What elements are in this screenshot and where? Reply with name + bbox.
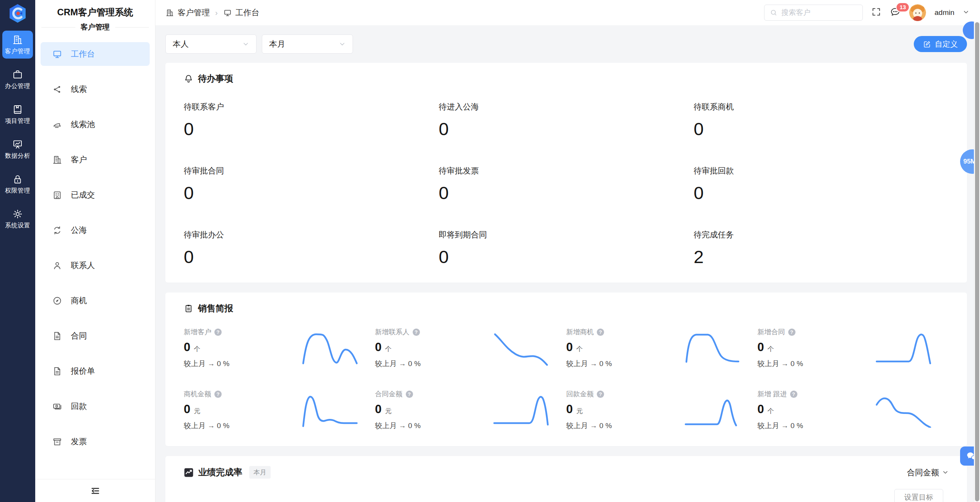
customer-search[interactable] xyxy=(764,5,863,21)
rail-item-analytics[interactable]: 数据分析 xyxy=(2,135,33,163)
todo-label[interactable]: 待审批回款 xyxy=(694,165,949,176)
rail-item-permissions[interactable]: 权限管理 xyxy=(2,170,33,198)
rail-item-settings[interactable]: 系统设置 xyxy=(2,205,33,233)
sidebar-item-quotations[interactable]: 报价单 xyxy=(41,359,150,383)
sparkline-chart xyxy=(492,392,550,428)
help-icon[interactable]: ? xyxy=(597,391,604,398)
sidebar-item-payments[interactable]: 回款 xyxy=(41,394,150,418)
todo-value: 2 xyxy=(694,246,949,267)
todo-grid: 待联系客户0 待进入公海0 待联系商机0 待审批合同0 待审批发票0 待审批回款… xyxy=(184,101,949,267)
stat-compare: 较上月 → 0 % xyxy=(184,421,229,431)
customize-button[interactable]: 自定义 xyxy=(914,36,967,52)
building-icon xyxy=(52,155,62,165)
owner-select[interactable]: 本人 xyxy=(165,34,256,54)
todo-label[interactable]: 待审批合同 xyxy=(184,165,439,176)
stat-unit: 元 xyxy=(385,407,392,415)
breadcrumb-workbench[interactable]: 工作台 xyxy=(223,7,260,18)
stat-compare: 较上月 → 0 % xyxy=(375,359,421,369)
notebook-icon xyxy=(12,104,23,115)
stat-label-row: 新增客户? xyxy=(184,327,229,337)
app-title: CRM客户管理系统 xyxy=(35,0,155,19)
search-input[interactable] xyxy=(781,8,857,17)
sparkline-chart xyxy=(874,392,933,428)
card-title: 待办事项 xyxy=(198,73,233,85)
building-icon xyxy=(165,8,174,17)
todo-label[interactable]: 即将到期合同 xyxy=(439,229,694,240)
stat-unit: 个 xyxy=(768,345,774,353)
todo-label[interactable]: 待审批办公 xyxy=(184,229,439,240)
sparkline-chart xyxy=(301,392,359,428)
gear-icon xyxy=(12,208,23,220)
document-icon xyxy=(52,366,62,376)
content-scroll-area[interactable]: 本人 本月 自定义 待办事项 待联系客户0 xyxy=(155,25,980,502)
help-icon[interactable]: ? xyxy=(214,391,222,398)
sidebar-item-contracts[interactable]: 合同 xyxy=(41,324,150,348)
collapse-sidebar-icon[interactable] xyxy=(88,484,103,497)
fullscreen-icon[interactable] xyxy=(871,7,881,18)
sidebar: CRM客户管理系统 客户管理 工作台 线索 线索池 客户 已成交 xyxy=(35,0,155,502)
period-select[interactable]: 本月 xyxy=(262,34,353,54)
page-scrollbar[interactable] xyxy=(974,21,980,502)
user-chevron-down-icon[interactable] xyxy=(963,9,969,17)
todo-item: 待联系客户0 xyxy=(184,101,439,139)
sidebar-item-deals-closed[interactable]: 已成交 xyxy=(41,183,150,207)
help-icon[interactable]: ? xyxy=(406,391,413,398)
stat-value: 0 xyxy=(758,340,764,354)
compass-icon xyxy=(52,296,62,306)
stat-compare: 较上月 → 0 % xyxy=(566,421,612,431)
sales-stat: 新增客户? 0个 较上月 → 0 % xyxy=(184,327,375,369)
sidebar-item-contacts[interactable]: 联系人 xyxy=(41,253,150,277)
stat-label-row: 新增 跟进? xyxy=(758,389,803,399)
avatar[interactable] xyxy=(909,4,926,21)
sidebar-item-leads-pool[interactable]: 线索池 xyxy=(41,113,150,136)
sidebar-item-leads[interactable]: 线索 xyxy=(41,77,150,101)
sidebar-menu: 工作台 线索 线索池 客户 已成交 公海 xyxy=(41,42,150,453)
todo-label[interactable]: 待联系客户 xyxy=(184,101,439,112)
sidebar-item-label: 工作台 xyxy=(71,49,95,59)
breadcrumb-crm[interactable]: 客户管理 xyxy=(165,7,210,18)
monitor-icon xyxy=(52,49,62,59)
metric-select[interactable]: 合同金额 xyxy=(907,467,949,478)
rail-item-crm[interactable]: 客户管理 xyxy=(2,31,33,59)
stat-unit: 个 xyxy=(768,407,774,415)
help-icon[interactable]: ? xyxy=(597,329,604,336)
todo-label[interactable]: 待完成任务 xyxy=(694,229,949,240)
breadcrumb-separator: › xyxy=(215,8,218,17)
scrollbar-thumb[interactable] xyxy=(975,22,979,501)
sales-stat: 新增 跟进? 0个 较上月 → 0 % xyxy=(758,389,949,431)
sparkline-chart xyxy=(301,330,359,366)
stat-label-row: 新增商机? xyxy=(566,327,612,337)
help-icon[interactable]: ? xyxy=(790,391,797,398)
rail-item-label: 权限管理 xyxy=(5,187,30,195)
sales-stat: 商机金额? 0元 较上月 → 0 % xyxy=(184,389,375,431)
stat-value: 0 xyxy=(566,340,573,354)
sidebar-item-workbench[interactable]: 工作台 xyxy=(41,42,150,66)
notifications-button[interactable]: 13 xyxy=(890,7,901,19)
help-icon[interactable]: ? xyxy=(788,329,795,336)
bell-icon xyxy=(184,74,193,83)
sparkline-chart xyxy=(683,330,742,366)
sidebar-item-label: 回款 xyxy=(71,401,87,412)
todo-item: 待进入公海0 xyxy=(439,101,694,139)
sidebar-item-label: 合同 xyxy=(71,330,87,341)
storefront-icon xyxy=(52,190,62,200)
stat-value: 0 xyxy=(184,340,190,354)
help-icon[interactable]: ? xyxy=(214,329,222,336)
app-logo[interactable] xyxy=(7,3,28,24)
todo-label[interactable]: 待进入公海 xyxy=(439,101,694,112)
sidebar-item-customers[interactable]: 客户 xyxy=(41,148,150,172)
sidebar-item-public-sea[interactable]: 公海 xyxy=(41,218,150,242)
todo-label[interactable]: 待审批发票 xyxy=(439,165,694,176)
todo-value: 0 xyxy=(439,182,694,203)
sales-brief-card: 销售简报 新增客户? 0个 较上月 → 0 % 新增联系人? xyxy=(165,293,967,446)
sidebar-item-invoices[interactable]: 发票 xyxy=(41,430,150,453)
sidebar-item-opportunities[interactable]: 商机 xyxy=(41,289,150,312)
todo-item: 待审批发票0 xyxy=(439,165,694,203)
set-target-button[interactable]: 设置目标 xyxy=(894,489,943,502)
clipboard-icon xyxy=(184,304,193,313)
help-icon[interactable]: ? xyxy=(413,329,420,336)
todo-value: 0 xyxy=(184,118,439,139)
rail-item-office[interactable]: 办公管理 xyxy=(2,65,33,93)
rail-item-project[interactable]: 项目管理 xyxy=(2,100,33,128)
todo-label[interactable]: 待联系商机 xyxy=(694,101,949,112)
